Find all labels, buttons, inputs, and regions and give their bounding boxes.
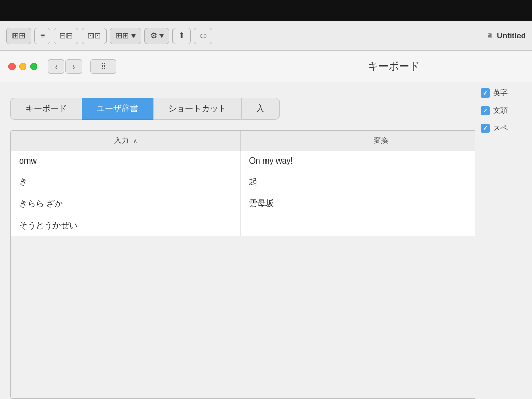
window-title: キーボード (368, 59, 420, 73)
right-panel: ✓ 英字 ✓ 文頭 ✓ スペ (475, 82, 532, 399)
top-black-bar (0, 0, 532, 21)
tab-keyboard[interactable]: キーボード (10, 98, 82, 120)
gallery-view-button[interactable]: ⊡⊡ (82, 28, 107, 44)
maximize-button[interactable] (30, 63, 37, 70)
table-row[interactable]: そうとうかぜい (11, 215, 521, 237)
back-button[interactable]: ‹ (48, 59, 64, 74)
checkbox-supe-icon: ✓ (481, 124, 490, 133)
table-header-row: 入力 ∧ 変換 (11, 131, 521, 151)
checkbox-eigo-label: 英字 (493, 88, 508, 98)
cell-input-3: きらら ざか (11, 193, 241, 215)
icon-view-button[interactable]: ⊞⊞ (6, 28, 31, 44)
checkbox-eigo-icon: ✓ (481, 88, 490, 98)
share-button[interactable]: ⬆ (172, 28, 191, 44)
nav-buttons: ‹ › (48, 59, 82, 74)
cell-input-1: omw (11, 151, 241, 171)
finder-toolbar: ⊞⊞ ≡ ⊟⊟ ⊡⊡ ⊞⊞ ▾ ⚙ ▾ ⬆ ⬭ 🖥 Untitled (0, 21, 532, 51)
col-input[interactable]: 入力 ∧ (11, 131, 241, 151)
table-row[interactable]: き 起 (11, 171, 521, 193)
main-content: キーボード ユーザ辞書 ショートカット 入 入力 ∧ (0, 82, 532, 399)
window-title-toolbar: Untitled (497, 31, 526, 40)
table-row[interactable]: きらら ざか 雲母坂 (11, 193, 521, 215)
action-button[interactable]: ⚙ ▾ (144, 28, 169, 44)
minimize-button[interactable] (19, 63, 26, 70)
launchpad-button[interactable]: ⠿ (90, 59, 116, 74)
checkbox-bunho-label: 文頭 (493, 106, 508, 115)
tab-shortcuts[interactable]: ショートカット (153, 98, 241, 120)
checkbox-eigo[interactable]: ✓ 英字 (481, 88, 527, 98)
group-view-button[interactable]: ⊞⊞ ▾ (110, 28, 141, 44)
window-icon: 🖥 (486, 32, 494, 40)
column-view-button[interactable]: ⊟⊟ (54, 28, 78, 44)
tab-input[interactable]: 入 (241, 98, 280, 120)
tag-button[interactable]: ⬭ (194, 28, 212, 44)
sort-arrow-input: ∧ (133, 138, 137, 144)
cell-input-4: そうとうかぜい (11, 215, 241, 237)
list-view-button[interactable]: ≡ (34, 28, 50, 44)
cell-input-2: き (11, 171, 241, 193)
tabs-container: キーボード ユーザ辞書 ショートカット 入 (0, 87, 532, 120)
checkbox-supe-label: スペ (493, 124, 508, 133)
user-dict-table: 入力 ∧ 変換 omw On my way! き (10, 130, 522, 399)
close-button[interactable] (8, 63, 16, 70)
forward-button[interactable]: › (65, 59, 82, 74)
window-chrome: ‹ › ⠿ キーボード (0, 51, 532, 82)
checkbox-bunho-icon: ✓ (481, 106, 490, 115)
tab-user-dict[interactable]: ユーザ辞書 (82, 98, 153, 120)
checkbox-supe[interactable]: ✓ スペ (481, 124, 527, 133)
checkbox-bunho[interactable]: ✓ 文頭 (481, 106, 527, 115)
table-row[interactable]: omw On my way! (11, 151, 521, 171)
traffic-lights (8, 63, 37, 70)
